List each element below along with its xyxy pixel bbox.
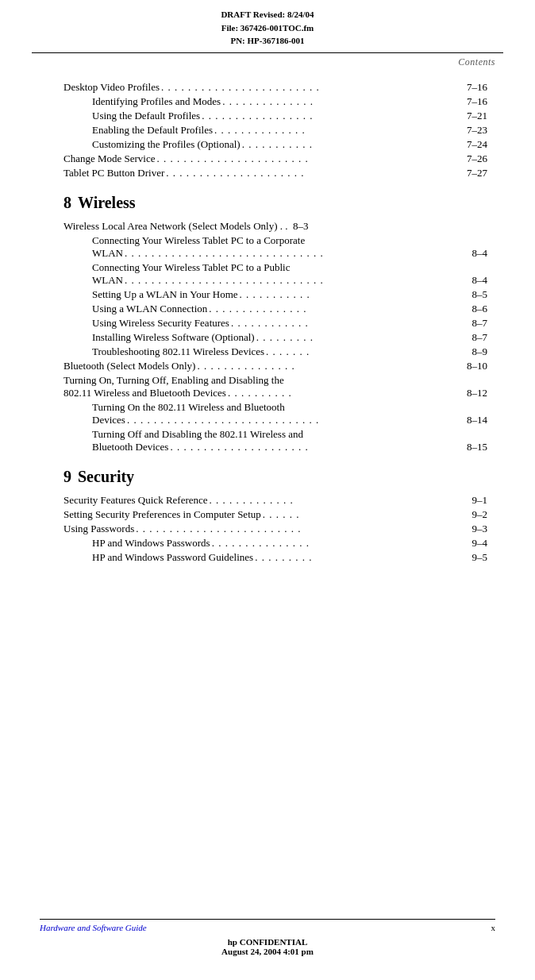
toc-entry-bluetooth: Bluetooth (Select Models Only) . . . . .…	[64, 360, 487, 372]
section9-title: Security	[78, 468, 134, 485]
footer-page-number: x	[491, 923, 496, 932]
section9-entries: Security Features Quick Reference . . . …	[64, 494, 487, 564]
content-area: Desktop Video Profiles . . . . . . . . .…	[0, 68, 535, 613]
toc-entry-hp-windows-passwords: HP and Windows Passwords . . . . . . . .…	[64, 537, 487, 550]
toc-entry-tablet-pc-button-driver: Tablet PC Button Driver . . . . . . . . …	[64, 167, 487, 179]
toc-entry-using-wlan-connection: Using a WLAN Connection . . . . . . . . …	[64, 303, 487, 315]
section9-number: 9	[64, 468, 71, 485]
toc-entry-security-features: Security Features Quick Reference . . . …	[64, 494, 487, 507]
header-line2: File: 367426-001TOC.fm	[16, 21, 519, 35]
footer-left-text: Hardware and Software Guide	[40, 923, 147, 932]
section8-number: 8	[64, 194, 71, 211]
toc-entry-security-preferences: Setting Security Preferences in Computer…	[64, 508, 487, 521]
section8-entries: Wireless Local Area Network (Select Mode…	[64, 220, 487, 453]
toc-entry-change-mode-service: Change Mode Service . . . . . . . . . . …	[64, 152, 487, 165]
header-line3: PN: HP-367186-001	[16, 34, 519, 48]
page-footer: Hardware and Software Guide x hp CONFIDE…	[0, 919, 535, 956]
toc-entry-public-wlan: Connecting Your Wireless Tablet PC to a …	[64, 261, 487, 287]
section9-heading: 9Security	[64, 468, 487, 486]
footer-confidential-line2: August 24, 2004 4:01 pm	[40, 947, 495, 956]
contents-label: Contents	[458, 56, 495, 68]
toc-entry-wlan: Wireless Local Area Network (Select Mode…	[64, 220, 487, 233]
toc-entry-turning-on-802: Turning On the 802.11 Wireless and Bluet…	[64, 401, 487, 426]
toc-entry-troubleshooting-wireless: Troubleshooting 802.11 Wireless Devices …	[64, 345, 487, 358]
toc-entry-enabling-default-profiles: Enabling the Default Profiles . . . . . …	[64, 124, 487, 137]
toc-entry-setup-wlan-home: Setting Up a WLAN in Your Home . . . . .…	[64, 288, 487, 301]
toc-entry-turning-on-off: Turning On, Turning Off, Enabling and Di…	[64, 374, 487, 399]
toc-entry-corporate-wlan: Connecting Your Wireless Tablet PC to a …	[64, 234, 487, 260]
toc-entry-installing-wireless-software: Installing Wireless Software (Optional) …	[64, 331, 487, 344]
header-line1: DRAFT Revised: 8/24/04	[16, 8, 519, 21]
section8-heading: 8Wireless	[64, 194, 487, 212]
section7-entries: Desktop Video Profiles . . . . . . . . .…	[64, 81, 487, 179]
toc-entry-hp-windows-password-guidelines: HP and Windows Password Guidelines . . .…	[64, 551, 487, 564]
page-header: DRAFT Revised: 8/24/04 File: 367426-001T…	[0, 0, 535, 52]
toc-entry-identifying-profiles: Identifying Profiles and Modes . . . . .…	[64, 95, 487, 108]
toc-entry-wireless-security: Using Wireless Security Features . . . .…	[64, 317, 487, 330]
footer-confidential-line1: hp CONFIDENTIAL	[40, 937, 495, 947]
section8-title: Wireless	[78, 194, 136, 211]
toc-entry-using-default-profiles: Using the Default Profiles . . . . . . .…	[64, 110, 487, 122]
toc-entry-desktop-video: Desktop Video Profiles . . . . . . . . .…	[64, 81, 487, 94]
toc-entry-using-passwords: Using Passwords . . . . . . . . . . . . …	[64, 523, 487, 535]
toc-entry-turning-off-802: Turning Off and Disabling the 802.11 Wir…	[64, 428, 487, 453]
toc-entry-customizing-profiles: Customizing the Profiles (Optional) . . …	[64, 138, 487, 151]
